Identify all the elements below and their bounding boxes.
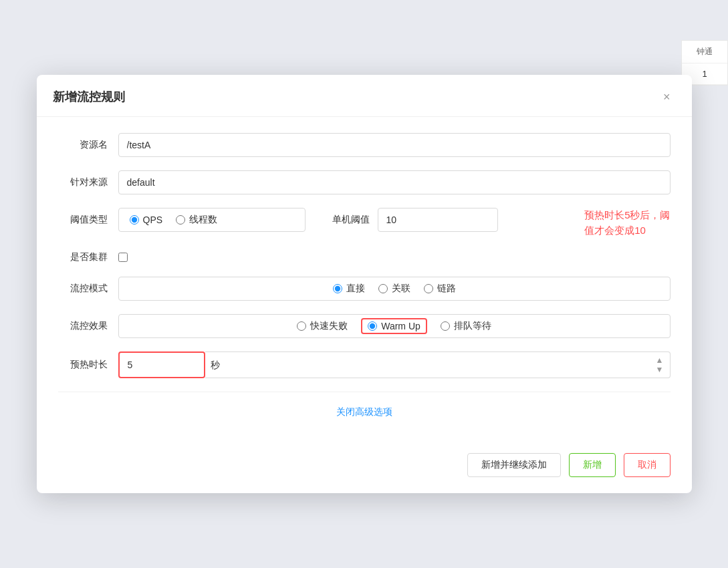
threshold-type-row: 阈值类型 QPS 线程数 单机阈值 预热时长5秒后，阈值才会 xyxy=(58,208,671,238)
flow-effect-queue-radio[interactable] xyxy=(441,321,450,331)
divider xyxy=(58,392,671,392)
flow-mode-row: 流控模式 直接 关联 链路 xyxy=(58,277,671,301)
flow-effect-warmup-radio[interactable] xyxy=(368,321,377,331)
modal-title: 新增流控规则 xyxy=(53,89,125,105)
flow-mode-related-radio[interactable] xyxy=(378,284,388,293)
threshold-qps-option[interactable]: QPS xyxy=(130,215,163,225)
threshold-type-label: 阈值类型 xyxy=(58,214,118,226)
preheat-label: 预热时长 xyxy=(58,359,118,371)
source-row: 针对来源 xyxy=(58,170,671,194)
flow-mode-radio-group: 直接 关联 链路 xyxy=(118,277,671,301)
preheat-input-container: 秒 分钟 ▲▼ xyxy=(118,351,671,378)
flow-effect-warmup-highlight: Warm Up xyxy=(361,318,427,334)
source-input[interactable] xyxy=(118,170,671,194)
threshold-thread-option[interactable]: 线程数 xyxy=(176,214,217,226)
flow-mode-chain-label: 链路 xyxy=(437,283,456,295)
threshold-thread-label: 线程数 xyxy=(189,214,217,226)
add-button[interactable]: 新增 xyxy=(569,453,616,477)
flow-mode-related[interactable]: 关联 xyxy=(378,283,410,295)
bg-col-header: 钟通 xyxy=(682,41,727,63)
flow-mode-direct-label: 直接 xyxy=(346,283,365,295)
preheat-row: 预热时长 秒 分钟 ▲▼ xyxy=(58,351,671,378)
flow-mode-chain[interactable]: 链路 xyxy=(424,283,456,295)
flow-effect-fast-fail[interactable]: 快速失败 xyxy=(297,320,348,332)
single-threshold-label: 单机阈值 xyxy=(306,214,378,226)
close-advanced-link[interactable]: 关闭高级选项 xyxy=(336,406,392,417)
flow-mode-direct[interactable]: 直接 xyxy=(333,283,365,295)
close-button[interactable]: × xyxy=(658,88,676,106)
threshold-thread-radio[interactable] xyxy=(176,215,185,225)
flow-effect-queue[interactable]: 排队等待 xyxy=(441,320,491,332)
threshold-main: 阈值类型 QPS 线程数 单机阈值 xyxy=(58,208,574,232)
modal-footer: 新增并继续添加 新增 取消 xyxy=(37,442,692,493)
close-advanced-container: 关闭高级选项 xyxy=(58,403,671,426)
cluster-checkbox[interactable] xyxy=(118,253,128,262)
flow-effect-label: 流控效果 xyxy=(58,320,118,332)
cancel-button[interactable]: 取消 xyxy=(624,453,671,477)
preheat-unit-select[interactable]: 秒 分钟 xyxy=(205,351,671,378)
source-label: 针对来源 xyxy=(58,176,118,188)
flow-effect-queue-label: 排队等待 xyxy=(454,320,491,332)
flow-effect-radio-group: 快速失败 Warm Up 排队等待 xyxy=(118,314,671,338)
flow-effect-fast-fail-label: 快速失败 xyxy=(310,320,348,332)
flow-mode-related-label: 关联 xyxy=(392,283,410,295)
threshold-type-radio-group: QPS 线程数 xyxy=(118,208,306,232)
add-continue-button[interactable]: 新增并继续添加 xyxy=(467,453,561,477)
cluster-label: 是否集群 xyxy=(58,251,118,263)
preheat-value-input[interactable] xyxy=(118,351,205,378)
threshold-qps-label: QPS xyxy=(143,215,163,225)
modal-overlay: 钟通 1 新增流控规则 × 资源名 针对来源 阈值类型 xyxy=(0,0,728,568)
cluster-checkbox-label[interactable] xyxy=(118,253,128,262)
modal-header: 新增流控规则 × xyxy=(37,75,692,117)
modal-body: 资源名 针对来源 阈值类型 QPS xyxy=(37,117,692,442)
resource-name-label: 资源名 xyxy=(58,139,118,151)
threshold-annotation: 预热时长5秒后，阈值才会变成10 xyxy=(584,208,670,238)
resource-name-input[interactable] xyxy=(118,133,671,157)
cluster-row: 是否集群 xyxy=(58,251,671,263)
modal-dialog: 新增流控规则 × 资源名 针对来源 阈值类型 xyxy=(37,75,692,493)
flow-mode-chain-radio[interactable] xyxy=(424,284,433,293)
flow-effect-warmup-label: Warm Up xyxy=(381,321,420,331)
flow-effect-fast-fail-radio[interactable] xyxy=(297,321,306,331)
flow-effect-row: 流控效果 快速失败 Warm Up 排队等待 xyxy=(58,314,671,338)
flow-mode-direct-radio[interactable] xyxy=(333,284,342,293)
flow-effect-warmup[interactable]: Warm Up xyxy=(368,321,420,331)
threshold-value-input[interactable] xyxy=(378,208,498,232)
threshold-qps-radio[interactable] xyxy=(130,215,139,225)
flow-mode-label: 流控模式 xyxy=(58,283,118,295)
resource-name-row: 资源名 xyxy=(58,133,671,157)
preheat-select-wrapper: 秒 分钟 ▲▼ xyxy=(205,351,671,378)
